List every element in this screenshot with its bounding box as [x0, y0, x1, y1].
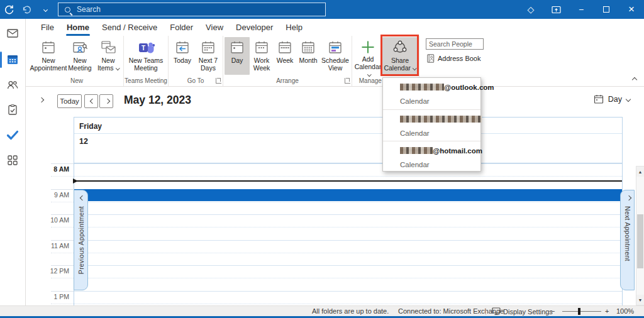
time-gutter-row: 1 PM: [26, 291, 74, 306]
scroll-down-button[interactable]: ▼: [636, 295, 644, 305]
rail-item-people[interactable]: [0, 75, 25, 94]
add-calendar-button[interactable]: AddCalendar: [353, 37, 382, 75]
apps-grid-icon: [6, 154, 19, 167]
undo-button[interactable]: [18, 0, 35, 19]
hour-row[interactable]: [74, 163, 622, 189]
day-header[interactable]: Friday 12: [74, 117, 623, 163]
ribbon-tab-row: File Home Send / Receive Folder View Dev…: [26, 19, 644, 36]
month-view-label: Month: [299, 57, 317, 64]
divider: [486, 308, 486, 315]
sync-icon: [4, 4, 14, 15]
rail-item-tasks[interactable]: [0, 101, 25, 119]
new-items-button[interactable]: NewItems: [94, 37, 122, 75]
minimize-button[interactable]: −: [569, 0, 594, 19]
new-appointment-button[interactable]: New Appointment: [31, 37, 65, 75]
rail-item-more-apps[interactable]: [0, 151, 25, 170]
address-book-button[interactable]: Address Book: [426, 53, 480, 63]
go-today-button[interactable]: Today: [57, 94, 82, 108]
new-meeting-label: New Meeting: [68, 57, 91, 72]
calendar-toolbar: Today May 12, 2023 Day: [26, 87, 644, 117]
rail-item-todo[interactable]: [0, 126, 25, 145]
expand-folder-pane-icon[interactable]: [39, 97, 44, 102]
zoom-slider-thumb[interactable]: [578, 308, 580, 315]
day-grid[interactable]: [74, 163, 623, 305]
work-week-view-button[interactable]: Work Week: [250, 37, 274, 75]
search-input[interactable]: [77, 5, 265, 14]
ribbon: New Appointment New Meeting NewItems New…: [26, 36, 644, 87]
new-teams-meeting-button[interactable]: T New Teams Meeting: [125, 37, 167, 75]
ribbon-display-options-button[interactable]: [543, 0, 569, 19]
next-appointment-tab[interactable]: Next Appointment: [620, 190, 635, 290]
month-view-button[interactable]: Month: [296, 37, 320, 75]
schedule-view-button[interactable]: Schedule View: [320, 37, 350, 75]
hour-row[interactable]: [74, 240, 622, 266]
view-selector-label: Day: [608, 95, 622, 104]
sync-button[interactable]: [0, 0, 18, 19]
scroll-up-button[interactable]: ▲: [636, 167, 644, 177]
dropdown-item-calendar[interactable]: Calendar: [400, 161, 475, 168]
teams-icon: T: [136, 39, 155, 57]
collapse-ribbon-icon[interactable]: [632, 77, 637, 82]
tab-developer[interactable]: Developer: [230, 19, 279, 36]
display-settings-button[interactable]: Display Settings: [492, 307, 553, 315]
new-appointment-label: New Appointment: [30, 57, 67, 72]
previous-day-button[interactable]: [84, 94, 98, 108]
calendar-day-view: Friday 12 8 AM 9 AM 10 AM 11 AM 12 PM 1 …: [26, 117, 644, 305]
zoom-slider[interactable]: [562, 311, 601, 312]
maximize-button[interactable]: [594, 0, 619, 19]
view-selector[interactable]: Day: [594, 94, 630, 104]
next-day-button[interactable]: [99, 94, 113, 108]
rail-item-mail[interactable]: [0, 24, 25, 43]
new-meeting-button[interactable]: New Meeting: [65, 37, 94, 75]
customize-qat-button[interactable]: [35, 0, 53, 19]
vertical-scrollbar[interactable]: ▲ ▼: [636, 166, 644, 305]
tab-send-receive[interactable]: Send / Receive: [96, 19, 164, 36]
dropdown-item-calendar[interactable]: Calendar: [400, 97, 475, 105]
go-to-dialog-launcher-icon[interactable]: [216, 78, 221, 84]
outlook-window: ◇ − × File Home: [0, 0, 644, 318]
next-7-days-button[interactable]: Next 7 Days: [195, 37, 221, 75]
account-email-header: [400, 116, 475, 123]
tab-file[interactable]: File: [35, 19, 60, 36]
current-time-indicator: [74, 180, 622, 182]
week-view-button[interactable]: Week: [274, 37, 296, 75]
tab-folder-label: Folder: [170, 23, 193, 32]
dropdown-item-calendar[interactable]: Calendar: [400, 129, 475, 137]
add-calendar-icon: [360, 39, 376, 55]
share-calendar-button[interactable]: ShareCalendar: [382, 37, 418, 75]
zoom-in-button[interactable]: +: [605, 307, 609, 315]
close-button[interactable]: ×: [619, 0, 644, 19]
new-meeting-icon: [72, 39, 88, 57]
arrange-dialog-launcher-icon[interactable]: [345, 78, 350, 84]
hour-label: 12 PM: [50, 267, 69, 275]
chevron-down-icon: [413, 66, 416, 70]
zoom-out-button[interactable]: −: [551, 307, 555, 315]
current-time-marker-icon: [73, 178, 78, 184]
today-button[interactable]: Today: [170, 37, 195, 75]
address-book-label: Address Book: [438, 55, 480, 62]
tab-view[interactable]: View: [199, 19, 230, 36]
hour-row[interactable]: [74, 291, 622, 306]
previous-appointment-tab[interactable]: Previous Appointment: [74, 190, 88, 290]
rail-item-calendar[interactable]: [0, 50, 25, 69]
tab-help[interactable]: Help: [279, 19, 309, 36]
today-icon: [174, 39, 191, 57]
search-bar[interactable]: [58, 3, 326, 16]
group-label-teams: Teams Meeting: [124, 77, 168, 84]
tab-folder[interactable]: Folder: [164, 19, 199, 36]
search-people-input[interactable]: [426, 38, 484, 50]
zoom-percent[interactable]: 100%: [616, 307, 634, 315]
tab-home[interactable]: Home: [60, 19, 96, 36]
dropdown-account-section: @outlook.com Calendar: [383, 78, 480, 109]
folders-status: All folders are up to date.: [312, 307, 389, 315]
premium-gem-button[interactable]: ◇: [518, 0, 543, 19]
group-label-go-to: Go To: [169, 77, 223, 84]
scrollbar-thumb[interactable]: [637, 214, 643, 268]
hour-row[interactable]: [74, 265, 622, 291]
new-items-icon: [100, 39, 116, 57]
selected-time-slot[interactable]: [74, 189, 622, 201]
day-view-button[interactable]: Day: [225, 37, 250, 75]
today-label: Today: [174, 57, 191, 64]
hour-row[interactable]: [74, 214, 622, 240]
app-rail: [0, 19, 26, 305]
